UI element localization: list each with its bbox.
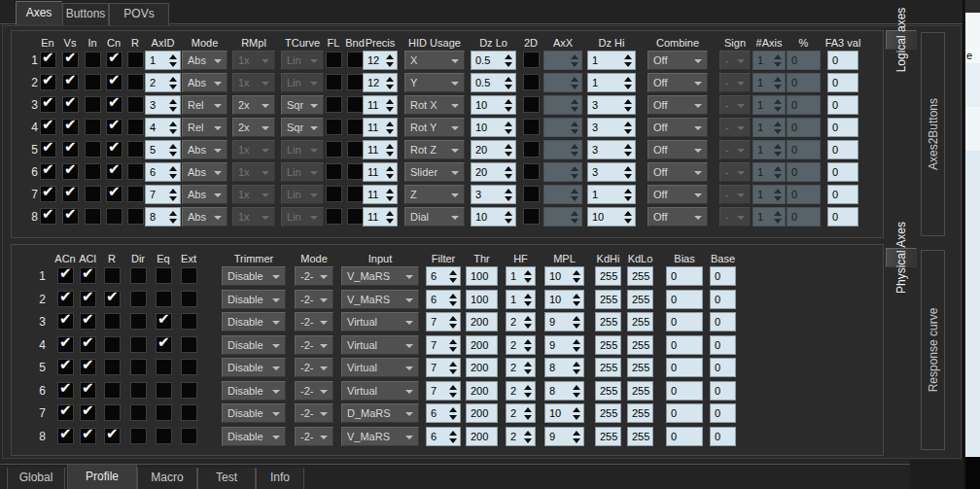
- spinner-down-icon[interactable]: [169, 174, 177, 179]
- spinner-up-icon[interactable]: [624, 99, 632, 104]
- spinner-up-icon[interactable]: [524, 407, 532, 412]
- logical-row6-combine-select[interactable]: Off: [648, 162, 708, 182]
- spinner-down-icon[interactable]: [386, 85, 394, 89]
- spinner-up-icon[interactable]: [505, 166, 512, 171]
- logical-row8-vs-checkbox[interactable]: ✔: [62, 208, 79, 225]
- physical-row4-mpl-spinner[interactable]: 9: [544, 335, 584, 355]
- logical-row2-bnd-checkbox[interactable]: [347, 74, 364, 90]
- logical-row3-d2-checkbox[interactable]: [523, 96, 540, 113]
- physical-row5-mode-select[interactable]: -2-: [295, 358, 333, 377]
- logical-row2-precis-spinner[interactable]: 12: [363, 73, 398, 92]
- logical-row1-combine-select[interactable]: Off: [648, 51, 708, 70]
- spinner-down-icon[interactable]: [624, 62, 632, 67]
- logical-row4-fa3-field[interactable]: 0: [827, 118, 858, 137]
- logical-row1-fa3-field[interactable]: 0: [827, 51, 858, 70]
- logical-row5-en-checkbox[interactable]: ✔: [40, 141, 56, 157]
- logical-row8-cn-checkbox[interactable]: [106, 208, 122, 225]
- physical-row4-ext-checkbox[interactable]: [181, 336, 197, 353]
- physical-row2-ext-checkbox[interactable]: [181, 291, 197, 307]
- logical-row3-fl-checkbox[interactable]: [326, 96, 342, 113]
- logical-row6-axid-spinner[interactable]: 6: [145, 162, 181, 182]
- spinner-down-icon[interactable]: [505, 152, 512, 157]
- logical-row3-precis-spinner[interactable]: 11: [363, 95, 398, 115]
- spinner-down-icon[interactable]: [386, 219, 394, 224]
- physical-row8-kdlo-field[interactable]: 255: [627, 427, 653, 446]
- logical-row8-fa3-field[interactable]: 0: [827, 207, 858, 227]
- logical-row1-fl-checkbox[interactable]: [326, 52, 342, 68]
- spinner-down-icon[interactable]: [449, 438, 457, 443]
- logical-row4-mode-select[interactable]: Rel: [182, 118, 228, 137]
- physical-row6-mode-select[interactable]: -2-: [295, 381, 333, 401]
- spinner-up-icon[interactable]: [624, 144, 632, 149]
- logical-row1-axid-spinner[interactable]: 1: [145, 51, 181, 70]
- logical-row6-fl-checkbox[interactable]: [326, 163, 342, 180]
- spinner-up-icon[interactable]: [449, 339, 457, 344]
- spinner-up-icon[interactable]: [386, 99, 394, 104]
- spinner-up-icon[interactable]: [573, 385, 580, 390]
- physical-row4-input-select[interactable]: Virtual: [341, 335, 419, 355]
- spinner-up-icon[interactable]: [169, 166, 177, 171]
- physical-row5-base-field[interactable]: 0: [710, 358, 736, 377]
- spinner-up-icon[interactable]: [386, 211, 394, 216]
- spinner-up-icon[interactable]: [449, 294, 457, 298]
- physical-row6-acl-checkbox[interactable]: ✔: [80, 382, 96, 399]
- spinner-down-icon[interactable]: [573, 438, 580, 443]
- physical-row5-r-checkbox[interactable]: [104, 359, 121, 375]
- spinner-up-icon[interactable]: [524, 339, 532, 344]
- logical-row7-d2-checkbox[interactable]: [523, 186, 540, 202]
- spinner-down-icon[interactable]: [449, 369, 457, 374]
- spinner-up-icon[interactable]: [169, 211, 177, 216]
- spinner-up-icon[interactable]: [505, 122, 512, 126]
- physical-row1-kdlo-field[interactable]: 255: [627, 266, 653, 286]
- spinner-up-icon[interactable]: [449, 407, 457, 412]
- physical-row1-thr-field[interactable]: 100: [466, 266, 498, 286]
- spinner-up-icon[interactable]: [505, 189, 512, 193]
- logical-row4-tcurve-select[interactable]: Sqr: [281, 118, 324, 137]
- physical-row6-eq-checkbox[interactable]: [156, 382, 172, 399]
- physical-row8-acn-checkbox[interactable]: ✔: [57, 428, 74, 444]
- physical-row3-thr-field[interactable]: 200: [466, 312, 498, 332]
- logical-row7-combine-select[interactable]: Off: [648, 185, 708, 204]
- spinner-up-icon[interactable]: [505, 54, 512, 59]
- physical-row1-acl-checkbox[interactable]: ✔: [80, 267, 96, 284]
- physical-row5-acl-checkbox[interactable]: ✔: [80, 359, 96, 375]
- physical-row7-ext-checkbox[interactable]: [181, 404, 197, 421]
- physical-row5-mpl-spinner[interactable]: 8: [544, 358, 584, 377]
- physical-row3-trimmer-select[interactable]: Disable: [222, 312, 286, 332]
- logical-row2-inp-checkbox[interactable]: [85, 74, 101, 90]
- logical-row3-axid-spinner[interactable]: 3: [145, 95, 181, 115]
- spinner-up-icon[interactable]: [524, 270, 532, 275]
- physical-row8-thr-field[interactable]: 200: [466, 427, 498, 446]
- physical-row8-mode-select[interactable]: -2-: [295, 427, 333, 446]
- tab-axes[interactable]: Axes: [16, 1, 62, 25]
- spinner-up-icon[interactable]: [449, 431, 457, 436]
- logical-row1-mode-select[interactable]: Abs: [182, 51, 228, 70]
- logical-row4-d2-checkbox[interactable]: [523, 119, 540, 135]
- tab-povs[interactable]: POVs: [109, 3, 169, 25]
- physical-row7-mode-select[interactable]: -2-: [295, 403, 333, 423]
- tab-buttons[interactable]: Buttons: [62, 3, 109, 25]
- physical-row5-acn-checkbox[interactable]: ✔: [57, 359, 74, 375]
- physical-row4-thr-field[interactable]: 200: [466, 335, 498, 355]
- spinner-up-icon[interactable]: [386, 144, 394, 149]
- spinner-up-icon[interactable]: [169, 122, 177, 126]
- physical-row4-mode-select[interactable]: -2-: [295, 335, 333, 355]
- logical-row3-cn-checkbox[interactable]: ✔: [106, 96, 122, 113]
- logical-row5-r-checkbox[interactable]: [127, 141, 144, 157]
- physical-row5-thr-field[interactable]: 200: [466, 358, 498, 377]
- logical-row2-dzhi-spinner[interactable]: 1: [587, 73, 636, 92]
- logical-row7-en-checkbox[interactable]: ✔: [40, 186, 56, 202]
- logical-row2-hid-select[interactable]: Y: [404, 73, 465, 92]
- logical-row1-d2-checkbox[interactable]: [523, 52, 540, 68]
- logical-row2-r-checkbox[interactable]: [127, 74, 144, 90]
- physical-row5-dir-checkbox[interactable]: [130, 359, 147, 375]
- physical-row3-kdlo-field[interactable]: 255: [627, 312, 653, 332]
- spinner-up-icon[interactable]: [624, 166, 632, 171]
- spinner-down-icon[interactable]: [169, 62, 177, 67]
- physical-row8-trimmer-select[interactable]: Disable: [222, 427, 286, 446]
- spinner-down-icon[interactable]: [505, 85, 512, 89]
- spinner-up-icon[interactable]: [169, 144, 177, 149]
- physical-row8-bias-field[interactable]: 0: [666, 427, 703, 446]
- spinner-up-icon[interactable]: [449, 385, 457, 390]
- spinner-up-icon[interactable]: [386, 54, 394, 59]
